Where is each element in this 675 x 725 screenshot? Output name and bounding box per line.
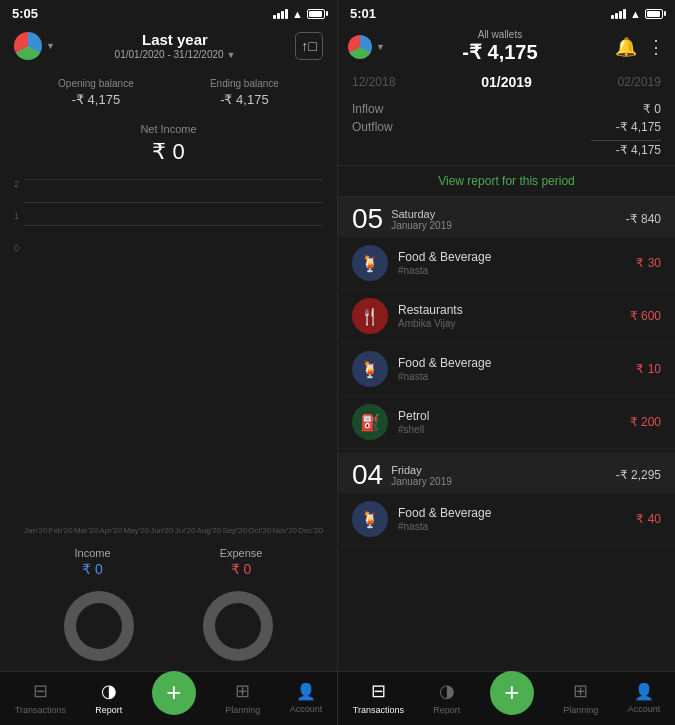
outflow-row: Outflow -₹ 4,175 (352, 120, 661, 134)
transactions-icon: ⊟ (33, 680, 48, 702)
account-icon: 👤 (296, 682, 316, 701)
current-month[interactable]: 01/2019 (481, 74, 532, 90)
left-header-title: Last year (55, 31, 295, 48)
r-transactions-icon: ⊟ (371, 680, 386, 702)
y-label-0: 0 (14, 243, 19, 253)
subtitle-chevron-icon: ▼ (226, 50, 235, 60)
right-nav-account[interactable]: 👤 Account (628, 682, 661, 714)
r-account-icon: 👤 (634, 682, 654, 701)
export-button[interactable]: ↑□ (295, 32, 323, 60)
chart-x-labels: Jan'20 Feb'20 Mar'20 Apr'20 May'20 Jun'2… (24, 526, 323, 535)
next-month[interactable]: 02/2019 (618, 75, 661, 89)
r-wifi-icon: ▲ (630, 8, 641, 20)
right-header: ▼ All wallets -₹ 4,175 🔔 ⋮ (338, 25, 675, 70)
restaurants-icon: 🍴 (352, 298, 388, 334)
left-panel: 5:05 ▲ ▼ Last year 01/01/2020 - 31/12/20… (0, 0, 337, 725)
opening-balance: Opening balance -₹ 4,175 (58, 78, 134, 107)
date-group-header-05: 05 Saturday January 2019 -₹ 840 (338, 197, 675, 237)
tx-info-2: Restaurants Ambika Vijay (398, 303, 630, 329)
date-group-header-04: 04 Friday January 2019 -₹ 2,295 (338, 453, 675, 493)
left-header: ▼ Last year 01/01/2020 - 31/12/2020 ▼ ↑□ (0, 25, 337, 68)
chart-lines (24, 179, 323, 248)
y-label-2: 2 (14, 179, 19, 189)
date-detail-04: Friday January 2019 (391, 464, 615, 487)
transactions-list: 05 Saturday January 2019 -₹ 840 🍹 Food &… (338, 197, 675, 671)
view-report-button[interactable]: View report for this period (338, 166, 675, 197)
total-row: -₹ 4,175 (352, 138, 661, 157)
left-time: 5:05 (12, 6, 38, 21)
r-signal-icon (611, 9, 626, 19)
right-header-left[interactable]: ▼ (348, 35, 385, 59)
r-planning-icon: ⊞ (573, 680, 588, 702)
donut-row (0, 587, 337, 671)
petrol-icon: ⛽ (352, 404, 388, 440)
food-beverage-icon-1: 🍹 (352, 245, 388, 281)
left-nav-report[interactable]: ◑ Report (95, 680, 122, 715)
balance-row: Opening balance -₹ 4,175 Ending balance … (0, 68, 337, 113)
food-beverage-icon-2: 🍹 (352, 351, 388, 387)
prev-month[interactable]: 12/2018 (352, 75, 395, 89)
transaction-item[interactable]: ⛽ Petrol #shell ₹ 200 (338, 396, 675, 449)
right-panel: 5:01 ▲ ▼ All wallets -₹ 4,175 🔔 ⋮ (337, 0, 675, 725)
r-chevron-down-icon: ▼ (376, 42, 385, 52)
food-beverage-icon-3: 🍹 (352, 501, 388, 537)
notification-icon[interactable]: 🔔 (615, 36, 637, 58)
income-donut (64, 591, 134, 661)
right-header-icons: 🔔 ⋮ (615, 36, 665, 58)
battery-icon (307, 9, 325, 19)
left-nav-transactions[interactable]: ⊟ Transactions (15, 680, 66, 715)
transaction-item[interactable]: 🍹 Food & Beverage #nasta ₹ 40 (338, 493, 675, 546)
more-icon[interactable]: ⋮ (647, 36, 665, 58)
chart-area: 2 1 0 Jan'20 Feb'20 Mar'20 Apr'20 May'20… (0, 169, 337, 539)
expense-donut (203, 591, 273, 661)
chevron-down-icon: ▼ (46, 41, 55, 51)
chart-y-labels: 2 1 0 (14, 179, 19, 253)
transaction-item[interactable]: 🍹 Food & Beverage #nasta ₹ 10 (338, 343, 675, 396)
left-status-icons: ▲ (273, 8, 325, 20)
date-detail-05: Saturday January 2019 (391, 208, 625, 231)
right-nav-report[interactable]: ◑ Report (433, 680, 460, 715)
left-nav-planning[interactable]: ⊞ Planning (225, 680, 260, 715)
right-status-bar: 5:01 ▲ (338, 0, 675, 25)
left-header-title-block: Last year 01/01/2020 - 31/12/2020 ▼ (55, 31, 295, 60)
tx-info-5: Food & Beverage #nasta (398, 506, 636, 532)
inflow-row: Inflow ₹ 0 (352, 102, 661, 116)
inflow-outflow: Inflow ₹ 0 Outflow -₹ 4,175 -₹ 4,175 (338, 98, 675, 166)
r-battery-icon (645, 9, 663, 19)
wifi-icon: ▲ (292, 8, 303, 20)
tx-info-1: Food & Beverage #nasta (398, 250, 636, 276)
left-header-subtitle: 01/01/2020 - 31/12/2020 ▼ (55, 49, 295, 60)
income-expense-row: Income ₹ 0 Expense ₹ 0 (0, 539, 337, 587)
net-income-section: Net Income ₹ 0 (0, 113, 337, 169)
left-add-button[interactable]: + (152, 671, 196, 715)
transaction-item[interactable]: 🍴 Restaurants Ambika Vijay ₹ 600 (338, 290, 675, 343)
right-time: 5:01 (350, 6, 376, 21)
right-add-button[interactable]: + (490, 671, 534, 715)
ending-balance: Ending balance -₹ 4,175 (210, 78, 279, 107)
right-header-center: All wallets -₹ 4,175 (462, 29, 537, 64)
y-label-1: 1 (14, 211, 19, 221)
income-item: Income ₹ 0 (75, 547, 111, 577)
left-nav-account[interactable]: 👤 Account (290, 682, 323, 714)
right-status-icons: ▲ (611, 8, 663, 20)
planning-icon: ⊞ (235, 680, 250, 702)
globe-dropdown[interactable]: ▼ (14, 32, 55, 60)
expense-item: Expense ₹ 0 (220, 547, 263, 577)
r-report-icon: ◑ (439, 680, 455, 702)
right-bottom-nav: ⊟ Transactions ◑ Report + ⊞ Planning 👤 A… (338, 671, 675, 725)
transaction-item[interactable]: 🍹 Food & Beverage #nasta ₹ 30 (338, 237, 675, 290)
report-icon: ◑ (101, 680, 117, 702)
month-nav: 12/2018 01/2019 02/2019 (338, 70, 675, 98)
globe-icon (14, 32, 42, 60)
r-globe-icon (348, 35, 372, 59)
tx-info-3: Food & Beverage #nasta (398, 356, 636, 382)
right-nav-transactions[interactable]: ⊟ Transactions (353, 680, 404, 715)
signal-icon (273, 9, 288, 19)
right-nav-planning[interactable]: ⊞ Planning (563, 680, 598, 715)
left-status-bar: 5:05 ▲ (0, 0, 337, 25)
left-bottom-nav: ⊟ Transactions ◑ Report + ⊞ Planning 👤 A… (0, 671, 337, 725)
tx-info-4: Petrol #shell (398, 409, 630, 435)
